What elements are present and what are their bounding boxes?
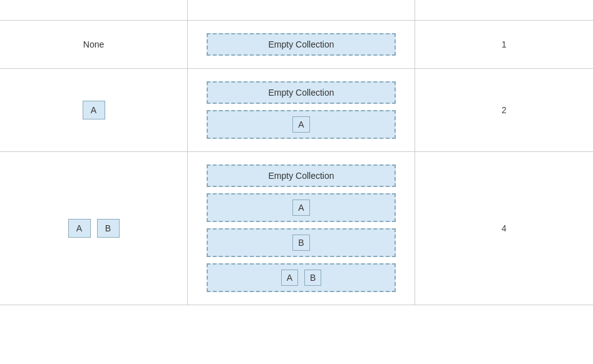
cell-number-1: 2 bbox=[415, 69, 593, 151]
empty-collection-label: Empty Collection bbox=[268, 88, 334, 98]
collection-box: B bbox=[207, 228, 396, 257]
header-number bbox=[415, 0, 593, 20]
collection-box: Empty Collection bbox=[207, 33, 396, 56]
table-row: NoneEmpty Collection1 bbox=[0, 21, 593, 69]
table-header bbox=[0, 0, 593, 21]
table-row: AEmpty CollectionA2 bbox=[0, 69, 593, 152]
cell-number-2: 4 bbox=[415, 152, 593, 305]
collection-box: Empty Collection bbox=[207, 164, 396, 187]
header-combinations bbox=[188, 0, 415, 20]
cell-combinations-1: Empty CollectionA bbox=[188, 69, 415, 151]
product-box: A bbox=[83, 101, 105, 119]
combination-count: 2 bbox=[502, 105, 507, 115]
cell-available-0: None bbox=[0, 21, 188, 68]
collection-box: A bbox=[207, 110, 396, 139]
collection-box: AB bbox=[207, 263, 396, 292]
cell-available-2: AB bbox=[0, 152, 188, 305]
cell-combinations-2: Empty CollectionABAB bbox=[188, 152, 415, 305]
product-box: B bbox=[97, 219, 120, 238]
empty-collection-label: Empty Collection bbox=[268, 39, 334, 49]
header-available bbox=[0, 0, 188, 20]
table-body: NoneEmpty Collection1AEmpty CollectionA2… bbox=[0, 21, 593, 305]
main-table: NoneEmpty Collection1AEmpty CollectionA2… bbox=[0, 0, 593, 305]
empty-collection-label: Empty Collection bbox=[268, 171, 334, 181]
combination-count: 4 bbox=[502, 223, 507, 233]
table-row: ABEmpty CollectionABAB4 bbox=[0, 152, 593, 305]
inner-product: A bbox=[281, 270, 298, 286]
inner-product: A bbox=[292, 116, 309, 133]
collection-box: Empty Collection bbox=[207, 81, 396, 104]
cell-available-1: A bbox=[0, 69, 188, 151]
product-box: A bbox=[68, 219, 91, 238]
inner-product: B bbox=[304, 270, 321, 286]
combination-count: 1 bbox=[502, 39, 507, 49]
inner-product: A bbox=[292, 200, 309, 216]
cell-number-0: 1 bbox=[415, 21, 593, 68]
inner-product: B bbox=[292, 235, 309, 251]
cell-combinations-0: Empty Collection bbox=[188, 21, 415, 68]
none-label: None bbox=[83, 39, 104, 49]
collection-box: A bbox=[207, 193, 396, 222]
